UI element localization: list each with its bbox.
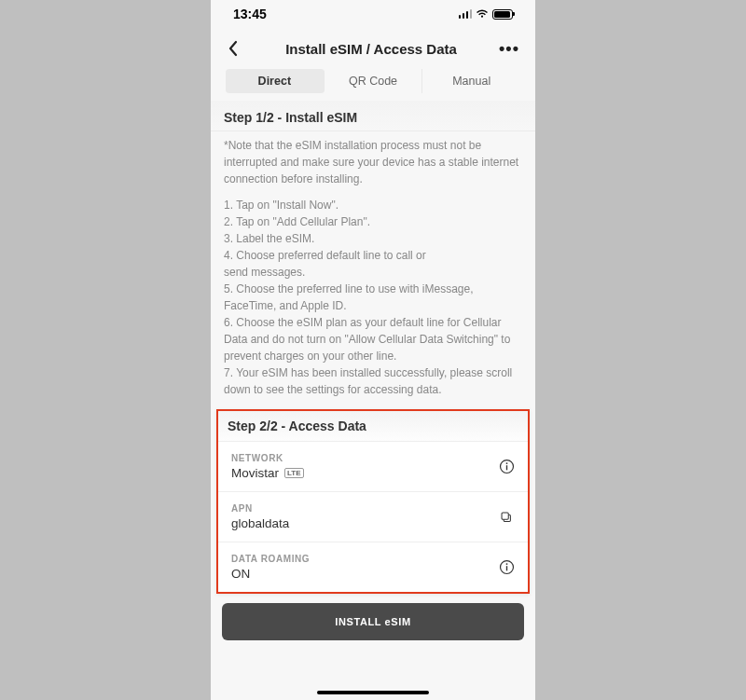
roaming-row: DATA ROAMING ON [218, 542, 528, 592]
roaming-label: DATA ROAMING [231, 554, 310, 564]
more-button[interactable]: ••• [496, 35, 522, 62]
battery-icon [492, 9, 513, 20]
status-time: 13:45 [233, 7, 267, 21]
info-icon [499, 559, 515, 575]
step1-note: *Note that the eSIM installation process… [211, 131, 535, 193]
network-row: NETWORK Movistar LTE [218, 442, 528, 492]
status-bar: 13:45 [211, 0, 535, 28]
step2-header: Step 2/2 - Access Data [218, 411, 528, 442]
network-label: NETWORK [231, 453, 304, 463]
tab-direct[interactable]: Direct [226, 69, 325, 93]
home-indicator[interactable] [317, 691, 429, 695]
svg-rect-1 [505, 465, 506, 470]
apn-label: APN [231, 503, 289, 514]
apn-row: APN globaldata [218, 492, 528, 542]
wifi-icon [476, 9, 489, 19]
step2-panel: Step 2/2 - Access Data NETWORK Movistar … [216, 409, 530, 594]
network-value: Movistar [231, 466, 279, 480]
tabs: Direct QR Code Manual [226, 69, 520, 93]
tab-manual[interactable]: Manual [422, 69, 520, 93]
nav-bar: Install eSIM / Access Data ••• [211, 28, 535, 67]
info-icon [499, 459, 515, 474]
svg-rect-4 [502, 513, 508, 519]
svg-rect-6 [505, 566, 506, 570]
apn-value: globaldata [231, 516, 289, 530]
cellular-icon [459, 9, 473, 19]
lte-badge: LTE [284, 468, 304, 479]
tab-qrcode[interactable]: QR Code [325, 69, 423, 93]
phone-frame: 13:45 Install eSIM / Access Data ••• Dir… [211, 0, 535, 700]
copy-icon [499, 510, 514, 525]
back-button[interactable] [220, 35, 246, 62]
step1-instructions: 1. Tap on "Install Now". 2. Tap on "Add … [211, 193, 535, 404]
roaming-value: ON [231, 567, 310, 581]
content: Step 1/2 - Install eSIM *Note that the e… [211, 101, 535, 683]
apn-copy-button[interactable] [498, 509, 515, 526]
page-title: Install eSIM / Access Data [285, 41, 457, 57]
chevron-left-icon [228, 40, 239, 57]
install-esim-button[interactable]: INSTALL eSIM [222, 603, 524, 640]
network-info-button[interactable] [498, 459, 515, 475]
svg-point-2 [505, 462, 507, 464]
status-right [459, 9, 514, 20]
svg-point-7 [505, 563, 507, 565]
more-icon: ••• [499, 39, 519, 59]
roaming-info-button[interactable] [498, 559, 515, 576]
network-value-line: Movistar LTE [231, 466, 304, 480]
step1-header: Step 1/2 - Install eSIM [211, 101, 535, 131]
